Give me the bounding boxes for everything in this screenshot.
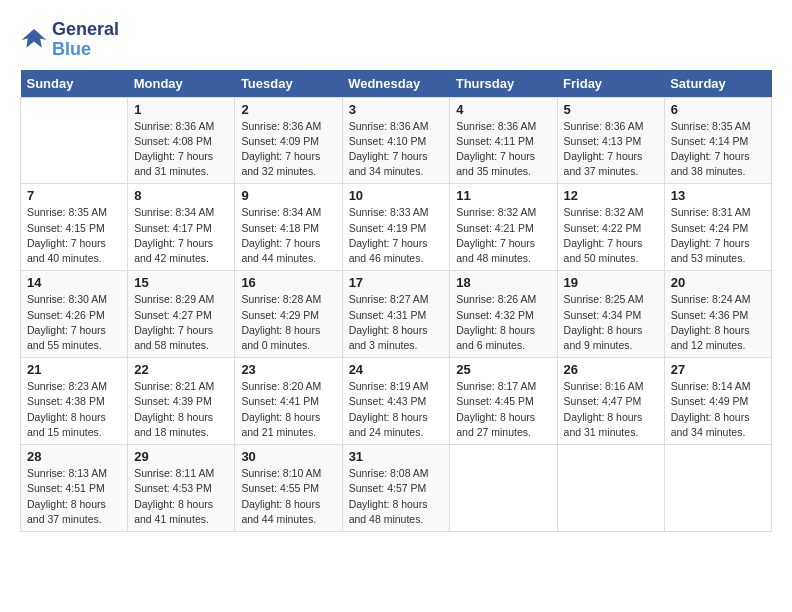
calendar-cell: 29Sunrise: 8:11 AM Sunset: 4:53 PM Dayli… [128,445,235,532]
day-info: Sunrise: 8:10 AM Sunset: 4:55 PM Dayligh… [241,466,335,527]
day-number: 3 [349,102,444,117]
day-header-sunday: Sunday [21,70,128,98]
day-info: Sunrise: 8:34 AM Sunset: 4:17 PM Dayligh… [134,205,228,266]
calendar-cell: 18Sunrise: 8:26 AM Sunset: 4:32 PM Dayli… [450,271,557,358]
svg-marker-0 [22,29,47,48]
day-number: 11 [456,188,550,203]
logo: General Blue [20,20,119,60]
calendar-cell: 5Sunrise: 8:36 AM Sunset: 4:13 PM Daylig… [557,97,664,184]
day-number: 5 [564,102,658,117]
calendar-cell: 26Sunrise: 8:16 AM Sunset: 4:47 PM Dayli… [557,358,664,445]
calendar-cell: 20Sunrise: 8:24 AM Sunset: 4:36 PM Dayli… [664,271,771,358]
day-number: 13 [671,188,765,203]
day-number: 25 [456,362,550,377]
calendar-cell: 12Sunrise: 8:32 AM Sunset: 4:22 PM Dayli… [557,184,664,271]
day-info: Sunrise: 8:11 AM Sunset: 4:53 PM Dayligh… [134,466,228,527]
calendar-cell: 10Sunrise: 8:33 AM Sunset: 4:19 PM Dayli… [342,184,450,271]
day-number: 4 [456,102,550,117]
calendar-cell [21,97,128,184]
calendar-cell: 17Sunrise: 8:27 AM Sunset: 4:31 PM Dayli… [342,271,450,358]
day-info: Sunrise: 8:21 AM Sunset: 4:39 PM Dayligh… [134,379,228,440]
day-info: Sunrise: 8:29 AM Sunset: 4:27 PM Dayligh… [134,292,228,353]
day-number: 21 [27,362,121,377]
day-info: Sunrise: 8:20 AM Sunset: 4:41 PM Dayligh… [241,379,335,440]
day-number: 19 [564,275,658,290]
day-header-tuesday: Tuesday [235,70,342,98]
calendar-cell: 2Sunrise: 8:36 AM Sunset: 4:09 PM Daylig… [235,97,342,184]
calendar-table: SundayMondayTuesdayWednesdayThursdayFrid… [20,70,772,532]
logo-text: General Blue [52,20,119,60]
day-info: Sunrise: 8:32 AM Sunset: 4:22 PM Dayligh… [564,205,658,266]
day-info: Sunrise: 8:16 AM Sunset: 4:47 PM Dayligh… [564,379,658,440]
day-info: Sunrise: 8:33 AM Sunset: 4:19 PM Dayligh… [349,205,444,266]
calendar-cell: 7Sunrise: 8:35 AM Sunset: 4:15 PM Daylig… [21,184,128,271]
calendar-cell: 1Sunrise: 8:36 AM Sunset: 4:08 PM Daylig… [128,97,235,184]
day-number: 30 [241,449,335,464]
day-info: Sunrise: 8:14 AM Sunset: 4:49 PM Dayligh… [671,379,765,440]
day-info: Sunrise: 8:17 AM Sunset: 4:45 PM Dayligh… [456,379,550,440]
calendar-cell: 28Sunrise: 8:13 AM Sunset: 4:51 PM Dayli… [21,445,128,532]
calendar-cell: 19Sunrise: 8:25 AM Sunset: 4:34 PM Dayli… [557,271,664,358]
day-info: Sunrise: 8:26 AM Sunset: 4:32 PM Dayligh… [456,292,550,353]
calendar-cell: 6Sunrise: 8:35 AM Sunset: 4:14 PM Daylig… [664,97,771,184]
calendar-week-row: 21Sunrise: 8:23 AM Sunset: 4:38 PM Dayli… [21,358,772,445]
day-info: Sunrise: 8:25 AM Sunset: 4:34 PM Dayligh… [564,292,658,353]
day-info: Sunrise: 8:34 AM Sunset: 4:18 PM Dayligh… [241,205,335,266]
calendar-cell: 13Sunrise: 8:31 AM Sunset: 4:24 PM Dayli… [664,184,771,271]
calendar-cell: 8Sunrise: 8:34 AM Sunset: 4:17 PM Daylig… [128,184,235,271]
calendar-week-row: 1Sunrise: 8:36 AM Sunset: 4:08 PM Daylig… [21,97,772,184]
day-info: Sunrise: 8:36 AM Sunset: 4:11 PM Dayligh… [456,119,550,180]
day-number: 23 [241,362,335,377]
calendar-cell: 24Sunrise: 8:19 AM Sunset: 4:43 PM Dayli… [342,358,450,445]
day-number: 15 [134,275,228,290]
calendar-cell: 16Sunrise: 8:28 AM Sunset: 4:29 PM Dayli… [235,271,342,358]
calendar-cell: 3Sunrise: 8:36 AM Sunset: 4:10 PM Daylig… [342,97,450,184]
calendar-cell: 31Sunrise: 8:08 AM Sunset: 4:57 PM Dayli… [342,445,450,532]
day-header-saturday: Saturday [664,70,771,98]
day-number: 26 [564,362,658,377]
day-info: Sunrise: 8:36 AM Sunset: 4:13 PM Dayligh… [564,119,658,180]
day-number: 22 [134,362,228,377]
calendar-cell: 15Sunrise: 8:29 AM Sunset: 4:27 PM Dayli… [128,271,235,358]
day-number: 18 [456,275,550,290]
day-number: 1 [134,102,228,117]
calendar-cell [557,445,664,532]
page-header: General Blue [20,20,772,60]
day-info: Sunrise: 8:27 AM Sunset: 4:31 PM Dayligh… [349,292,444,353]
day-number: 12 [564,188,658,203]
day-info: Sunrise: 8:24 AM Sunset: 4:36 PM Dayligh… [671,292,765,353]
calendar-cell [664,445,771,532]
day-info: Sunrise: 8:30 AM Sunset: 4:26 PM Dayligh… [27,292,121,353]
calendar-cell [450,445,557,532]
day-number: 24 [349,362,444,377]
day-number: 8 [134,188,228,203]
day-number: 20 [671,275,765,290]
day-info: Sunrise: 8:32 AM Sunset: 4:21 PM Dayligh… [456,205,550,266]
day-info: Sunrise: 8:35 AM Sunset: 4:15 PM Dayligh… [27,205,121,266]
day-info: Sunrise: 8:08 AM Sunset: 4:57 PM Dayligh… [349,466,444,527]
day-info: Sunrise: 8:19 AM Sunset: 4:43 PM Dayligh… [349,379,444,440]
logo-icon [20,26,48,54]
day-info: Sunrise: 8:13 AM Sunset: 4:51 PM Dayligh… [27,466,121,527]
day-number: 14 [27,275,121,290]
day-info: Sunrise: 8:36 AM Sunset: 4:09 PM Dayligh… [241,119,335,180]
day-number: 10 [349,188,444,203]
day-number: 29 [134,449,228,464]
calendar-week-row: 7Sunrise: 8:35 AM Sunset: 4:15 PM Daylig… [21,184,772,271]
calendar-week-row: 14Sunrise: 8:30 AM Sunset: 4:26 PM Dayli… [21,271,772,358]
calendar-cell: 11Sunrise: 8:32 AM Sunset: 4:21 PM Dayli… [450,184,557,271]
calendar-cell: 9Sunrise: 8:34 AM Sunset: 4:18 PM Daylig… [235,184,342,271]
day-number: 28 [27,449,121,464]
day-header-friday: Friday [557,70,664,98]
day-number: 6 [671,102,765,117]
calendar-cell: 27Sunrise: 8:14 AM Sunset: 4:49 PM Dayli… [664,358,771,445]
day-header-monday: Monday [128,70,235,98]
calendar-cell: 25Sunrise: 8:17 AM Sunset: 4:45 PM Dayli… [450,358,557,445]
day-header-thursday: Thursday [450,70,557,98]
calendar-cell: 22Sunrise: 8:21 AM Sunset: 4:39 PM Dayli… [128,358,235,445]
calendar-week-row: 28Sunrise: 8:13 AM Sunset: 4:51 PM Dayli… [21,445,772,532]
calendar-cell: 21Sunrise: 8:23 AM Sunset: 4:38 PM Dayli… [21,358,128,445]
day-info: Sunrise: 8:36 AM Sunset: 4:10 PM Dayligh… [349,119,444,180]
day-number: 7 [27,188,121,203]
day-number: 9 [241,188,335,203]
